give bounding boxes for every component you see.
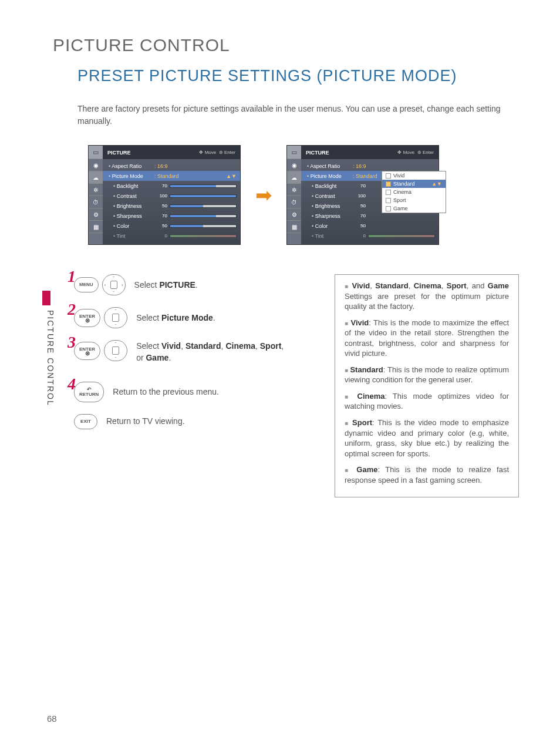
osd-title: PICTURE [107, 150, 131, 156]
info-item-game: Game: This is the mode to realize fast r… [345, 465, 509, 485]
step-3: 3 ENTER⊛ ˆˇ Select Vivid, Standard, Cine… [70, 340, 317, 364]
info-item-cinema: Cinema: This mode optimizes video for wa… [345, 391, 509, 412]
osd-row-color: Color50 [109, 221, 237, 231]
menu-button: MENU [74, 277, 99, 292]
step-5: EXIT Return to TV viewing. [70, 414, 317, 429]
osd-icon-6: ▦ [89, 221, 103, 233]
osd-sidebar-r: ▭ ◉ ☁ ✲ ⏱ ⚙ ▦ [287, 146, 301, 244]
osd-icon-5: ⚙ [89, 208, 103, 221]
step-num-2: 2 [68, 300, 76, 319]
osd-row-backlight: Backlight70 [109, 181, 237, 191]
step-4-text: Return to the previous menu. [113, 386, 219, 398]
osd-icon-4: ⏱ [287, 196, 301, 208]
osd-hints: ✥ Move ⊛ Enter [199, 150, 235, 155]
osd-row-aspect: Aspect Ratio : 16:9 [109, 161, 237, 171]
popup-item-game: Game [382, 204, 446, 213]
info-item-standard: Standard: This is the mode to realize op… [345, 365, 509, 385]
dpad-icon: ˆˇ [104, 340, 127, 361]
page-number: 68 [47, 714, 57, 724]
monitor-icon: ▭ [89, 146, 103, 159]
osd-icon-1: ◉ [89, 159, 103, 171]
osd-header-r: PICTURE ✥ Move ⊛ Enter [301, 146, 438, 159]
step-3-text: Select Vivid, Standard, Cinema, Sport, o… [136, 340, 284, 364]
step-num-4: 4 [68, 375, 76, 393]
osd-icon-1: ◉ [287, 159, 301, 171]
page-title-2: PRESET PICTURE SETTINGS (PICTURE MODE) [77, 67, 519, 85]
osd-row-sharpness: Sharpness70 [109, 211, 237, 221]
osd-panel-left: ▭ ◉ ☁ ✲ ⏱ ⚙ ▦ PICTURE ✥ Move ⊛ Enter Asp… [88, 145, 241, 245]
osd-screenshots: ▭ ◉ ☁ ✲ ⏱ ⚙ ▦ PICTURE ✥ Move ⊛ Enter Asp… [88, 145, 519, 245]
dpad-icon: ˆˇ‹› [102, 274, 126, 295]
step-4: 4 ↶RETURN Return to the previous menu. [70, 382, 317, 402]
updown-icon: ▲▼ [226, 173, 237, 179]
osd-row-tint-r: Tint0 [307, 231, 435, 241]
popup-item-sport: Sport [382, 196, 446, 204]
step-2-text: Select Picture Mode. [136, 312, 215, 324]
osd-icon-2: ☁ [89, 171, 103, 184]
step-5-text: Return to TV viewing. [106, 415, 185, 427]
steps-column: 1 MENU ˆˇ‹› Select PICTURE. 2 ENTER⊛ ˆˇ … [70, 274, 317, 497]
info-item-vivid: Vivid: This is the mode to maximize the … [345, 318, 509, 359]
popup-item-standard: Standard▲▼ [382, 180, 446, 188]
popup-item-cinema: Cinema [382, 188, 446, 196]
page-title-1: PICTURE CONTROL [53, 35, 519, 55]
side-tab: PICTURE CONTROL [46, 291, 54, 408]
step-num-3: 3 [68, 333, 76, 352]
osd-icon-4: ⏱ [89, 196, 103, 208]
osd-header: PICTURE ✥ Move ⊛ Enter [103, 146, 240, 159]
osd-row-contrast: Contrast100 [109, 191, 237, 201]
osd-row-aspect-r: Aspect Ratio: 16:9 [307, 161, 435, 171]
osd-icon-3: ✲ [287, 184, 301, 196]
arrow-icon: ➡ [255, 183, 272, 207]
osd-hints-r: ✥ Move ⊛ Enter [397, 150, 434, 155]
osd-row-tint: Tint0 [109, 231, 237, 241]
step-1: 1 MENU ˆˇ‹› Select PICTURE. [70, 274, 317, 295]
mode-popup: Vivid Standard▲▼ Cinema Sport Game [382, 171, 446, 213]
monitor-icon: ▭ [287, 146, 301, 159]
enter-button: ENTER⊛ [74, 342, 100, 360]
step-num-1: 1 [68, 267, 76, 286]
osd-icon-2: ☁ [287, 171, 301, 184]
info-box: Vivid, Standard, Cinema, Sport, and Game… [335, 274, 519, 497]
osd-sidebar: ▭ ◉ ☁ ✲ ⏱ ⚙ ▦ [89, 146, 103, 244]
osd-row-mode: Picture Mode : Standard ▲▼ [103, 171, 240, 181]
osd-icon-5: ⚙ [287, 208, 301, 221]
intro-text: There are factory presets for picture se… [77, 103, 519, 127]
osd-panel-right-wrap: ▭ ◉ ☁ ✲ ⏱ ⚙ ▦ PICTURE ✥ Move ⊛ Enter Asp… [286, 145, 439, 245]
osd-icon-6: ▦ [287, 221, 301, 233]
side-tab-text: PICTURE CONTROL [46, 310, 55, 406]
dpad-icon: ˆˇ [104, 307, 127, 328]
osd-row-color-r: Color50 [307, 221, 435, 231]
info-item-presets: Vivid, Standard, Cinema, Sport, and Game… [345, 281, 509, 312]
enter-button: ENTER⊛ [74, 309, 100, 327]
step-1-text: Select PICTURE. [134, 279, 198, 291]
exit-button: EXIT [74, 414, 97, 429]
osd-row-brightness: Brightness50 [109, 201, 237, 211]
popup-item-vivid: Vivid [382, 171, 446, 180]
osd-icon-3: ✲ [89, 184, 103, 196]
osd-title-r: PICTURE [306, 150, 329, 156]
step-2: 2 ENTER⊛ ˆˇ Select Picture Mode. [70, 307, 317, 328]
info-item-sport: Sport: This is the video mode to emphasi… [345, 418, 509, 459]
side-accent [42, 291, 50, 305]
return-button: ↶RETURN [74, 382, 104, 402]
